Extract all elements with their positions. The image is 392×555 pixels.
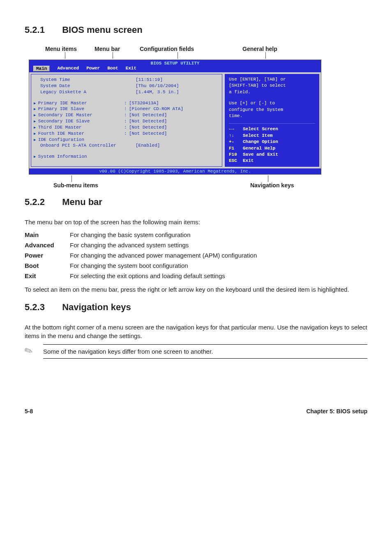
bios-row-label: Primary IDE Master xyxy=(34,100,124,106)
section2-outro: To select an item on the menu bar, press… xyxy=(25,285,367,294)
bios-row-label: System Information xyxy=(34,154,124,160)
section-title: BIOS menu screen xyxy=(62,25,143,35)
bios-main-panel: System Time[11:51:19]System Date[Thu 06/… xyxy=(31,74,222,167)
bios-row-value: [Not Detected] xyxy=(129,118,167,124)
bios-help-panel: Use [ENTER], [TAB] or [SHIFT-TAB] to sel… xyxy=(225,74,319,167)
bios-diagram: Menu items Menu bar Configuration fields… xyxy=(29,46,367,189)
bios-row-label: Primary IDE Slave xyxy=(34,106,124,112)
bios-row[interactable]: Legacy Diskette A[1.44M, 3.5 in.] xyxy=(34,89,219,95)
bios-row-sep: : xyxy=(124,100,129,106)
bios-row-sep xyxy=(131,77,136,83)
bios-tab-main[interactable]: Main xyxy=(33,66,50,71)
section-num: 5.2.3 xyxy=(25,302,60,313)
bios-row-sep xyxy=(131,89,136,95)
nav-key-desc: Select Screen xyxy=(243,126,315,132)
menu-table: MainFor changing the basic system config… xyxy=(25,231,367,279)
bios-row-value: [1.44M, 3.5 in.] xyxy=(136,89,179,95)
bios-row-label: System Time xyxy=(34,77,131,83)
bios-row[interactable]: System Time[11:51:19] xyxy=(34,77,219,83)
menu-table-desc: For selecting the exit options and loadi… xyxy=(70,272,367,279)
bios-row[interactable]: Third IDE Master:[Not Detected] xyxy=(34,124,219,131)
nav-key-desc: Select Item xyxy=(243,133,315,139)
menu-table-desc: For changing the system boot configurati… xyxy=(70,262,367,269)
bios-row-value: [Pioneer CD-ROM ATA] xyxy=(129,106,183,112)
bios-tab-exit[interactable]: Exit xyxy=(126,66,136,71)
note-text: Some of the navigation keys differ from … xyxy=(43,344,367,359)
nav-key: ↑↓ xyxy=(229,133,243,139)
bios-row-value: [ST320413A] xyxy=(129,100,159,106)
bios-row-sep xyxy=(124,154,129,160)
bios-row[interactable]: Fourth IDE Master:[Not Detected] xyxy=(34,131,219,137)
bios-row-label: Secondary IDE Slave xyxy=(34,118,124,124)
section-heading-5-2-3: 5.2.3 Navigation keys xyxy=(25,302,367,313)
nav-key-desc: Exit xyxy=(243,158,315,164)
bios-row[interactable]: Onboard PCI S-ATA Controller[Enabled] xyxy=(34,143,219,149)
bios-tab-power[interactable]: Power xyxy=(86,66,100,71)
menu-table-label: Exit xyxy=(25,272,70,279)
bios-row-sep: : xyxy=(124,106,129,112)
bios-row-sep xyxy=(131,83,136,89)
label-submenu-items: Sub-menu items xyxy=(53,182,98,189)
label-navigation-keys: Navigation keys xyxy=(250,182,294,189)
menu-table-desc: For changing the basic system configurat… xyxy=(70,231,367,238)
bios-row-label: Legacy Diskette A xyxy=(34,89,131,95)
bios-row-value: [Not Detected] xyxy=(129,131,167,137)
bios-row[interactable]: Primary IDE Master:[ST320413A] xyxy=(34,100,219,106)
label-menu-items: Menu items xyxy=(45,46,95,52)
bios-menubar: Main Advanced Power Boot Exit xyxy=(29,66,321,72)
help-line: configure the System xyxy=(229,107,315,113)
bios-row-label: IDE Configuration xyxy=(34,137,124,143)
help-line: [SHIFT-TAB] to select xyxy=(229,83,315,89)
bios-row-label: System Date xyxy=(34,83,131,89)
label-menu-bar: Menu bar xyxy=(95,46,140,52)
menu-table-label: Power xyxy=(25,252,70,259)
diagram-top-labels: Menu items Menu bar Configuration fields… xyxy=(29,46,367,52)
nav-keys-box: ←→Select Screen↑↓Select Item+-Change Opt… xyxy=(229,123,315,164)
bios-row[interactable]: Secondary IDE Master:[Not Detected] xyxy=(34,112,219,118)
nav-key: ESC xyxy=(229,158,243,164)
bios-row-label: Fourth IDE Master xyxy=(34,131,124,137)
bios-row-value: [Enabled] xyxy=(136,143,160,149)
bios-row[interactable]: System Information xyxy=(34,154,219,160)
bios-row[interactable]: Primary IDE Slave:[Pioneer CD-ROM ATA] xyxy=(34,106,219,112)
bios-row[interactable]: System Date[Thu 06/10/2004] xyxy=(34,83,219,89)
diagram-bottom-labels: Sub-menu items Navigation keys xyxy=(29,182,367,189)
bios-title: BIOS SETUP UTILITY xyxy=(29,60,321,66)
chapter-label: Chapter 5: BIOS setup xyxy=(306,408,367,415)
bios-row[interactable]: IDE Configuration xyxy=(34,137,219,143)
nav-key-desc: Save and Exit xyxy=(243,152,315,158)
note-box: ✎ Some of the navigation keys differ fro… xyxy=(25,344,367,359)
section-num: 5.2.2 xyxy=(25,197,60,207)
section2-intro: The menu bar on top of the screen has th… xyxy=(25,218,367,226)
help-line: Use [+] or [-] to xyxy=(229,100,315,106)
bios-row-value: [Not Detected] xyxy=(129,124,167,131)
help-line: a field. xyxy=(229,89,315,95)
pencil-icon: ✎ xyxy=(23,344,35,358)
bios-tab-advanced[interactable]: Advanced xyxy=(57,66,79,71)
bios-row-sep: : xyxy=(124,131,129,137)
section-title: Menu bar xyxy=(62,197,102,207)
page-footer: 5-8 Chapter 5: BIOS setup xyxy=(25,408,367,415)
bios-row[interactable]: Secondary IDE Slave:[Not Detected] xyxy=(34,118,219,124)
menu-table-desc: For changing the advanced power manageme… xyxy=(70,252,367,259)
section3-body: At the bottom right corner of a menu scr… xyxy=(25,323,367,340)
bios-row-value: [Thu 06/10/2004] xyxy=(136,83,179,89)
section-heading-5-2-1: 5.2.1 BIOS menu screen xyxy=(25,25,367,35)
bios-tab-boot[interactable]: Boot xyxy=(107,66,118,71)
section-title: Navigation keys xyxy=(62,302,131,312)
bios-row-sep xyxy=(124,137,129,143)
nav-key: F1 xyxy=(229,145,243,152)
label-general-help: General help xyxy=(242,46,300,52)
section-heading-5-2-2: 5.2.2 Menu bar xyxy=(25,197,367,207)
bios-window: BIOS SETUP UTILITY Main Advanced Power B… xyxy=(29,60,321,175)
help-line: Use [ENTER], [TAB] or xyxy=(229,76,315,83)
bios-row-value: [Not Detected] xyxy=(129,112,167,118)
bios-row-label: Third IDE Master xyxy=(34,124,124,131)
menu-table-desc: For changing the advanced system setting… xyxy=(70,242,367,249)
label-config-fields: Configuration fields xyxy=(140,46,234,52)
nav-key-desc: Change Option xyxy=(243,139,315,145)
bios-copyright: v00.00 (C)Copyright 1985-2003, American … xyxy=(29,168,321,174)
page-number: 5-8 xyxy=(25,408,33,415)
nav-key: F10 xyxy=(229,152,243,158)
menu-table-label: Main xyxy=(25,231,70,238)
